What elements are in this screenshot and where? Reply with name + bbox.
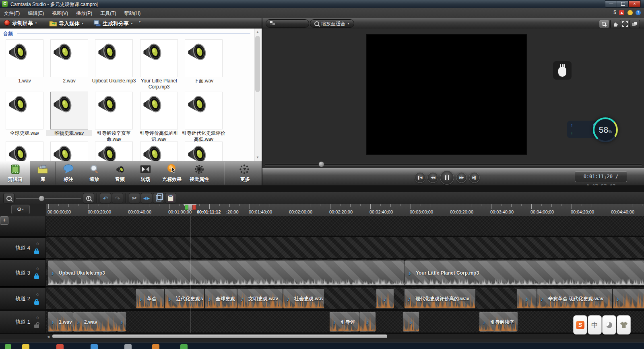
ime-night-mode-button[interactable] xyxy=(602,315,616,335)
tab-library[interactable]: 库 xyxy=(30,161,55,185)
menu-item-t[interactable]: 工具(T) xyxy=(96,8,120,18)
track-lock-icon[interactable] xyxy=(34,275,39,279)
menu-item-v[interactable]: 视图(V) xyxy=(48,8,72,18)
tab-cursor-effects[interactable]: 光标效果 xyxy=(158,161,186,185)
taskbar-app-icon[interactable] xyxy=(22,344,29,349)
timeline-clip[interactable]: ♪ xyxy=(613,288,644,309)
zoom-in-button[interactable] xyxy=(83,193,94,203)
timeline-clip[interactable]: ♪革命 xyxy=(136,288,165,309)
track-visibility-icon[interactable]: ◇ xyxy=(36,267,39,271)
timeline-clip[interactable]: ♪ xyxy=(402,312,419,332)
timeline-clip[interactable]: ♪Upbeat Ukulele.mp3 xyxy=(47,260,405,285)
timeline-clip[interactable]: ♪ xyxy=(117,312,126,332)
track-unlock-icon[interactable] xyxy=(34,324,39,328)
ime-chinese-mode-button[interactable]: 中 xyxy=(588,315,602,335)
timeline-ruler[interactable]: 00:00:00;0000:00:20;0000:00:40;0000:01:0… xyxy=(46,204,644,216)
tab-visual-properties[interactable]: 视觉属性 xyxy=(186,161,213,185)
taskbar-app-icon[interactable] xyxy=(180,344,188,349)
timeline-options-button[interactable]: ⚙▼ xyxy=(11,205,30,214)
playhead-line[interactable] xyxy=(190,216,190,333)
timeline-clip[interactable]: ♪现代化史观评价高的.wav xyxy=(404,288,476,309)
menu-item-e[interactable]: 编辑(E) xyxy=(24,8,48,18)
produce-share-button[interactable]: 生成和分享▼ xyxy=(93,20,133,27)
timeline-zoom-thumb[interactable] xyxy=(39,195,45,201)
taskbar-sliver[interactable] xyxy=(0,343,644,349)
track-lock-icon[interactable] xyxy=(34,250,39,254)
timeline-clip[interactable]: ♪引导评 xyxy=(329,312,359,332)
timeline-clip[interactable]: ♪2.wav xyxy=(73,312,117,332)
timeline-clip[interactable]: ♪Your Little Planet Corp.mp3 xyxy=(405,260,644,285)
timeline-clip[interactable]: ♪ xyxy=(359,312,376,332)
taskbar-app-icon[interactable] xyxy=(5,344,11,349)
track-lock-icon[interactable] xyxy=(34,301,39,305)
preview-zoom-select[interactable]: 缩放至适合▼ xyxy=(310,19,354,28)
tab-clip-bin[interactable]: 剪辑箱 xyxy=(0,161,30,185)
timeline-clip[interactable]: ♪ xyxy=(516,288,537,309)
tab-audio[interactable]: 音频 xyxy=(107,161,133,185)
detach-button[interactable] xyxy=(630,20,640,28)
tab-zoom-n-pan[interactable]: 缩放 xyxy=(82,161,107,185)
menu-item-h[interactable]: 帮助(H) xyxy=(120,8,145,18)
scroll-up-icon[interactable]: ▲ xyxy=(255,30,260,34)
close-button[interactable]: × xyxy=(628,0,641,8)
taskbar-app-icon[interactable] xyxy=(124,344,132,349)
seek-thumb[interactable] xyxy=(318,161,324,167)
copy-button[interactable] xyxy=(153,193,164,203)
taskbar-app-icon[interactable] xyxy=(56,344,64,349)
menu-item-p[interactable]: 播放(P) xyxy=(72,8,96,18)
redo-button[interactable]: ↷ xyxy=(112,193,123,203)
selection-start-handle[interactable] xyxy=(185,205,188,210)
cut-button[interactable]: ✂ xyxy=(129,193,140,203)
pan-button[interactable] xyxy=(610,20,621,28)
timeline-clip[interactable]: ♪ xyxy=(376,288,394,309)
skip-start-button[interactable]: ▌◀ xyxy=(415,172,425,183)
track-lane[interactable]: ♪1.wav♪2.wav♪♪引导评♪♪♪引导解读辛 xyxy=(46,311,644,333)
timeline-clip[interactable]: ♪文明史观.wav xyxy=(237,288,283,309)
timeline-clip[interactable]: ♪全球史观.wav xyxy=(204,288,237,309)
add-track-button[interactable]: + xyxy=(0,216,8,225)
help-icon[interactable]: ? xyxy=(636,10,641,15)
crop-button[interactable] xyxy=(599,20,609,28)
tab-callout[interactable]: 标注 xyxy=(55,161,82,185)
taskbar-app-icon[interactable] xyxy=(152,344,159,349)
import-media-button[interactable]: 导入媒体▼ xyxy=(49,20,84,27)
tab-transition[interactable]: 转场 xyxy=(133,161,158,185)
timeline-zoom-slider[interactable] xyxy=(16,198,81,199)
ime-sogou-logo-button[interactable]: S xyxy=(573,315,587,335)
restore-button[interactable] xyxy=(617,0,629,8)
timeline-clip[interactable]: ♪引导解读辛 xyxy=(479,312,518,332)
lightbulb-icon[interactable] xyxy=(627,10,633,15)
timeline-clip[interactable]: ♪1.wav xyxy=(47,312,73,332)
rewind-button[interactable]: ◀◀ xyxy=(427,172,438,183)
timeline-clip[interactable]: ♪辛亥革命 现代化史观.wav xyxy=(537,288,613,309)
ime-skin-button[interactable] xyxy=(617,315,631,335)
split-button[interactable]: ◀|▶ xyxy=(141,193,152,203)
tab-more[interactable]: 更多 xyxy=(233,161,258,185)
skip-end-button[interactable]: ▶▌ xyxy=(469,172,480,183)
minimize-button[interactable]: — xyxy=(605,0,617,8)
zoom-out-button[interactable] xyxy=(3,193,14,203)
track-lane[interactable]: ♪Upbeat Ukulele.mp3♪Your Little Planet C… xyxy=(46,259,644,286)
track-visibility-icon[interactable]: ◇ xyxy=(36,292,39,296)
track-visibility-icon[interactable]: ◇ xyxy=(36,242,39,246)
timeline-clip[interactable]: ♪近代化史观.wav xyxy=(165,288,204,309)
track-lane[interactable] xyxy=(46,237,644,258)
fast-forward-button[interactable]: ▶▶ xyxy=(456,172,467,183)
undo-button[interactable]: ↶ xyxy=(100,193,111,203)
performance-gauge[interactable]: 58 % xyxy=(593,117,618,142)
toolbar-overflow-chevron[interactable]: ▾ xyxy=(139,20,141,27)
media-scroll-thumb[interactable] xyxy=(255,36,260,92)
editing-dimensions-button[interactable] xyxy=(266,19,309,28)
hscroll-thumb[interactable] xyxy=(52,335,387,338)
taskbar-app-icon[interactable] xyxy=(91,344,98,349)
pause-button[interactable] xyxy=(440,170,454,185)
track-lane[interactable]: ♪革命♪近代化史观.wav♪全球史观.wav♪文明史观.wav♪社会史观.wav… xyxy=(46,287,644,309)
record-screen-button[interactable]: 录制屏幕▼ xyxy=(4,20,37,27)
paste-button[interactable] xyxy=(165,193,176,203)
timeline-clip[interactable]: ♪社会史观.wav xyxy=(283,288,324,309)
scroll-left-icon[interactable]: ◀ xyxy=(47,335,50,339)
track-visibility-icon[interactable]: ◇ xyxy=(36,316,39,320)
menu-item-f[interactable]: 文件(F) xyxy=(0,8,24,18)
shrink-to-fit-button[interactable] xyxy=(620,20,630,28)
tray-red-icon[interactable]: ▲ xyxy=(619,10,624,15)
